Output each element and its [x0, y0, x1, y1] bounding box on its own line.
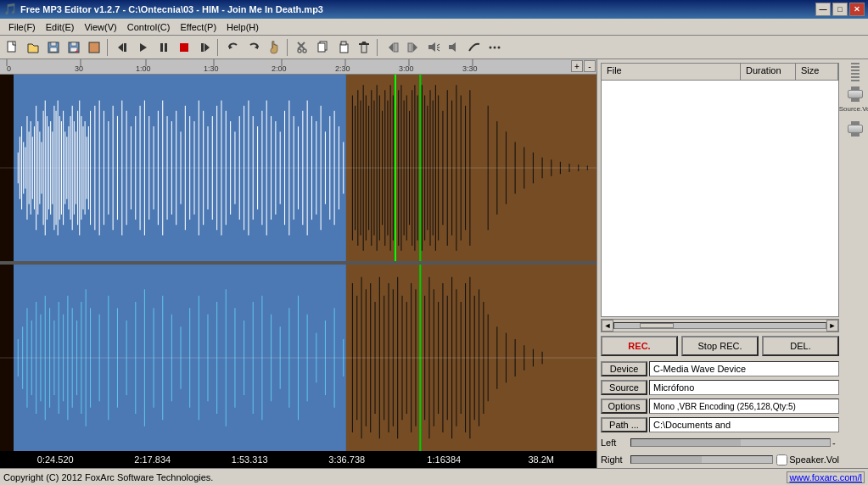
- redo-button[interactable]: [244, 38, 263, 57]
- timeline-ruler: 0 30 1:00 1:30 2:00 2:30 3:00: [0, 59, 596, 75]
- menu-view[interactable]: View(V): [79, 20, 121, 34]
- waveform-track-bottom[interactable]: [0, 265, 596, 451]
- close-button[interactable]: ✕: [849, 3, 865, 16]
- source-label-btn[interactable]: Source: [601, 380, 647, 395]
- stop-button[interactable]: [175, 38, 193, 57]
- cut-button[interactable]: [294, 38, 312, 57]
- svg-marker-17: [229, 45, 232, 49]
- speaker-label-text: Speaker.Vol: [789, 454, 839, 465]
- sliders-panel: Source.Vol: [843, 59, 868, 468]
- source-vol-knob[interactable]: [848, 90, 863, 98]
- copy-button[interactable]: [314, 38, 333, 57]
- save-button[interactable]: [44, 38, 63, 57]
- svg-rect-28: [359, 43, 369, 45]
- svg-marker-32: [413, 43, 417, 52]
- scroll-left-button[interactable]: ◄: [602, 320, 613, 332]
- waveform-panel[interactable]: 0 30 1:00 1:30 2:00 2:30 3:00: [0, 59, 596, 468]
- col-header-size: Size: [796, 64, 838, 80]
- waveform-tracks[interactable]: [0, 75, 596, 451]
- svg-line-37: [437, 49, 440, 51]
- svg-point-41: [498, 46, 501, 48]
- file-list-header: File Duration Size: [602, 64, 838, 81]
- svg-rect-16: [201, 43, 204, 52]
- status-bar: Copyright (C) 2012 FoxArc Software Techn…: [0, 468, 868, 485]
- del-button[interactable]: DEL.: [762, 336, 839, 356]
- window-title: Free MP3 Editor v1.2.7 - C:\Ontecnia\03 …: [20, 4, 815, 14]
- scroll-right-button[interactable]: ►: [826, 320, 838, 332]
- export-button[interactable]: [85, 38, 104, 57]
- svg-point-40: [494, 46, 496, 48]
- slider-tick-10: [851, 100, 860, 102]
- waveform-track-top[interactable]: [0, 75, 596, 261]
- col-header-duration: Duration: [741, 64, 796, 80]
- waveform-svg-top: [0, 75, 596, 261]
- menu-help[interactable]: Help(H): [221, 20, 264, 34]
- play-button[interactable]: [134, 38, 153, 57]
- vol-down-button[interactable]: [445, 38, 463, 57]
- output-vol-knob[interactable]: [848, 125, 863, 133]
- speaker-checkbox[interactable]: [776, 454, 787, 465]
- menu-edit[interactable]: Edit(E): [41, 20, 80, 34]
- left-meter-row: Left -: [597, 434, 843, 451]
- toolbar-sep-3: [287, 39, 290, 56]
- svg-text:2:30: 2:30: [335, 64, 350, 73]
- go-start-button[interactable]: [114, 38, 132, 57]
- menu-effect[interactable]: Effect(P): [175, 20, 221, 34]
- svg-rect-26: [341, 42, 346, 45]
- speaker-checkbox-label[interactable]: Speaker.Vol: [776, 454, 839, 465]
- scrollbar-track[interactable]: [613, 322, 826, 329]
- right-meter-label: Right: [601, 454, 630, 465]
- website-link[interactable]: www.foxarc.com/l: [787, 471, 865, 483]
- timing-t5: 1:16384: [395, 454, 493, 465]
- new-button[interactable]: [3, 38, 22, 57]
- paste-button[interactable]: [334, 38, 353, 57]
- pause-button[interactable]: [154, 38, 173, 57]
- open-button[interactable]: [24, 38, 42, 57]
- menu-file[interactable]: File(F): [3, 20, 41, 34]
- slider-tick-1: [851, 63, 860, 64]
- right-meter-container: [630, 455, 773, 464]
- svg-line-35: [437, 44, 440, 46]
- svg-rect-31: [394, 43, 398, 52]
- svg-rect-29: [362, 42, 366, 43]
- toolbar-sep-2: [217, 39, 221, 56]
- options-label-btn[interactable]: Options: [601, 399, 647, 414]
- file-scrollbar[interactable]: ◄ ►: [601, 319, 839, 332]
- svg-marker-11: [140, 43, 147, 52]
- copyright-text: Copyright (C) 2012 FoxArc Software Techn…: [3, 472, 780, 482]
- path-row: Path ... C:\Documents and: [597, 415, 843, 434]
- scrollbar-thumb[interactable]: [640, 323, 674, 328]
- minimize-button[interactable]: —: [815, 3, 831, 16]
- svg-text:+: +: [75, 47, 79, 54]
- maximize-button[interactable]: □: [832, 3, 848, 16]
- title-bar: 🎵 Free MP3 Editor v1.2.7 - C:\Ontecnia\0…: [0, 0, 868, 19]
- undo-button[interactable]: [224, 38, 243, 57]
- more-button[interactable]: [485, 38, 504, 57]
- trim-left-button[interactable]: [384, 38, 402, 57]
- right-meter-row: Right Speaker.Vol: [597, 451, 843, 468]
- menu-control[interactable]: Control(C): [122, 20, 176, 34]
- device-label-btn[interactable]: Device: [601, 361, 647, 376]
- fade-button[interactable]: [465, 38, 484, 57]
- main-content: 0 30 1:00 1:30 2:00 2:30 3:00: [0, 59, 868, 468]
- stop-rec-button[interactable]: Stop REC.: [681, 336, 759, 356]
- rec-button[interactable]: REC.: [601, 336, 678, 356]
- zoom-in-button[interactable]: +: [571, 60, 583, 72]
- timing-bar: 0:24.520 2:17.834 1:53.313 3:36.738 1:16…: [0, 451, 596, 468]
- slider-tick-3: [851, 70, 860, 71]
- hand-tool-button[interactable]: [265, 38, 283, 57]
- file-list-content: [602, 81, 838, 316]
- delete-button[interactable]: [355, 38, 373, 57]
- left-meter-control[interactable]: -: [832, 438, 839, 448]
- svg-rect-2: [51, 42, 56, 46]
- svg-rect-12: [160, 43, 163, 52]
- trim-right-button[interactable]: [404, 38, 423, 57]
- save-as-button[interactable]: +: [64, 38, 83, 57]
- svg-rect-8: [89, 42, 99, 53]
- svg-rect-13: [165, 43, 167, 52]
- slider-tick-5: [851, 76, 860, 78]
- vol-up-button[interactable]: [424, 38, 443, 57]
- go-end-button[interactable]: [195, 38, 214, 57]
- path-label-btn[interactable]: Path ...: [601, 417, 647, 432]
- zoom-out-button[interactable]: -: [584, 60, 596, 72]
